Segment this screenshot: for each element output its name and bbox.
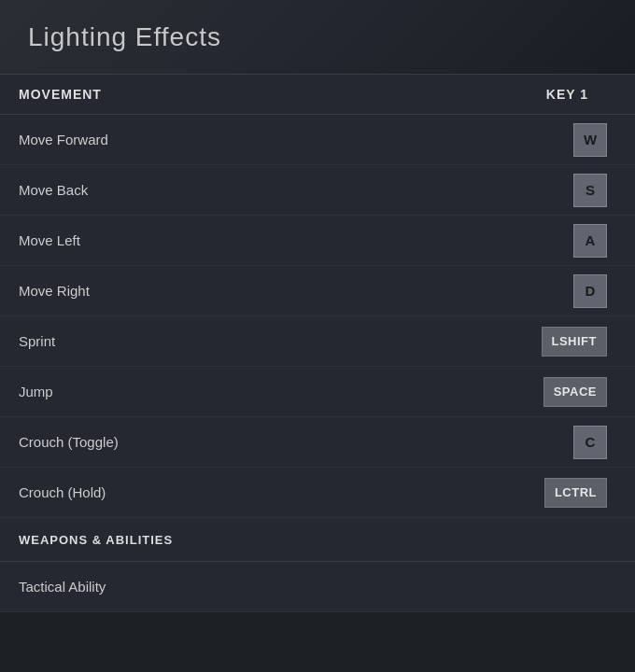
table-row[interactable]: Move LeftA xyxy=(0,216,635,266)
movement-column-header: MOVEMENT xyxy=(19,87,102,102)
key-badge[interactable]: SPACE xyxy=(543,377,607,407)
col-action-header: MOVEMENT xyxy=(19,86,411,103)
action-label: Tactical Ability xyxy=(19,579,411,595)
action-label: Sprint xyxy=(19,333,411,349)
key-badge[interactable]: LCTRL xyxy=(544,478,607,508)
key-cell: C xyxy=(411,426,616,459)
table-row[interactable]: JumpSPACE xyxy=(0,367,635,417)
key-cell: D xyxy=(411,274,616,308)
table-header: MOVEMENT KEY 1 xyxy=(0,75,635,115)
key-badge[interactable]: S xyxy=(573,174,607,207)
action-label: Move Forward xyxy=(19,132,411,147)
table-row[interactable]: Crouch (Toggle)C xyxy=(0,417,635,468)
key-badge[interactable]: C xyxy=(573,426,607,459)
weapons-section-header: WEAPONS & ABILITIES xyxy=(0,518,635,562)
action-label: Move Right xyxy=(19,283,411,299)
action-label: Move Back xyxy=(19,182,411,198)
table-row[interactable]: SprintLSHIFT xyxy=(0,316,635,367)
table-row[interactable]: Tactical Ability xyxy=(0,562,635,612)
key1-column-header: KEY 1 xyxy=(546,87,588,102)
movement-rows: Move ForwardWMove BackSMove LeftAMove Ri… xyxy=(0,115,635,518)
key-badge[interactable]: LSHIFT xyxy=(542,327,608,357)
page-title: Lighting Effects xyxy=(28,22,221,52)
key-badge[interactable]: A xyxy=(573,224,607,258)
table-row[interactable]: Crouch (Hold)LCTRL xyxy=(0,468,635,518)
table-row[interactable]: Move BackS xyxy=(0,165,635,216)
col-key1-header: KEY 1 xyxy=(411,86,616,103)
weapons-section-label: WEAPONS & ABILITIES xyxy=(19,533,173,547)
table-row[interactable]: Move ForwardW xyxy=(0,115,635,165)
weapons-section: WEAPONS & ABILITIESTactical Ability xyxy=(0,518,635,612)
key-badge[interactable]: D xyxy=(573,274,607,308)
key-cell: A xyxy=(411,224,616,258)
key-cell: LSHIFT xyxy=(411,327,616,357)
action-label: Jump xyxy=(19,384,411,399)
action-label: Crouch (Hold) xyxy=(19,484,411,500)
header: Lighting Effects xyxy=(0,0,635,75)
key-badge[interactable]: W xyxy=(573,123,607,157)
key-cell: LCTRL xyxy=(411,478,616,508)
key-cell: W xyxy=(411,123,616,157)
action-label: Crouch (Toggle) xyxy=(19,434,411,450)
key-cell: S xyxy=(411,174,616,207)
key-cell: SPACE xyxy=(411,377,616,407)
action-label: Move Left xyxy=(19,232,411,248)
table-row[interactable]: Move RightD xyxy=(0,266,635,316)
